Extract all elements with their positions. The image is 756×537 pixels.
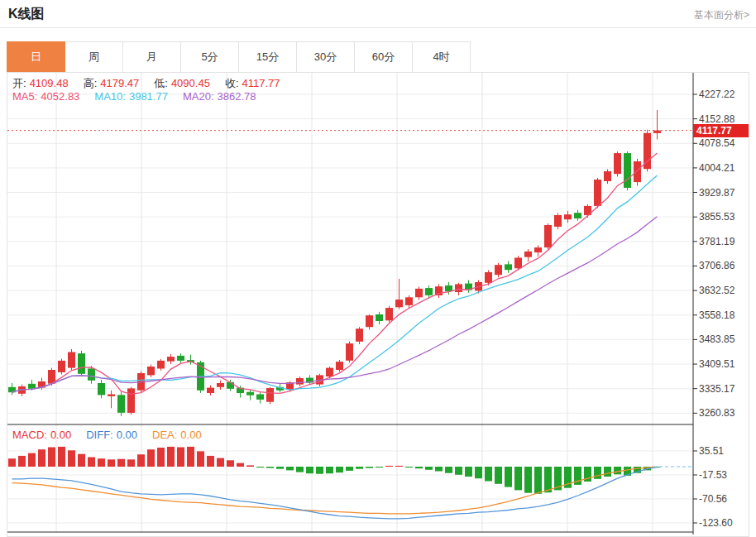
- legend-item: 高:4179.47: [84, 77, 143, 89]
- interval-tab-bar: 日周月5分15分30分60分4时: [7, 41, 471, 73]
- price-axis-label: 3260.83: [699, 407, 734, 419]
- price-axis-label: 3409.51: [699, 358, 734, 370]
- tab-周[interactable]: 周: [65, 41, 123, 73]
- tab-月[interactable]: 月: [123, 41, 181, 73]
- price-axis-label: 3632.52: [699, 285, 734, 296]
- legend-item: DEA:0.00: [152, 429, 205, 441]
- price-axis-label: 3929.87: [699, 187, 734, 199]
- macd-axis-label: -70.56: [699, 493, 727, 505]
- tab-30分[interactable]: 30分: [297, 41, 355, 73]
- tab-4时[interactable]: 4时: [413, 41, 471, 73]
- tab-日[interactable]: 日: [7, 41, 65, 73]
- tab-15分[interactable]: 15分: [239, 41, 297, 73]
- price-axis-label: 3558.18: [699, 309, 734, 321]
- kline-chart-canvas[interactable]: [7, 73, 749, 535]
- price-axis-label: 4152.88: [699, 113, 734, 125]
- legend-item: MA5:4052.83: [12, 90, 83, 103]
- legend-item: 低:4090.45: [154, 77, 213, 89]
- price-axis-label: 4004.21: [699, 162, 734, 174]
- price-axis-label: 4078.54: [699, 137, 734, 149]
- ma-legend: MA5:4052.83MA10:3981.77MA20:3862.78: [12, 90, 271, 103]
- kline-chart-area[interactable]: 开:4109.48高:4179.47低:4090.45收:4117.77 MA5…: [7, 72, 749, 537]
- macd-legend: MACD:0.00DIFF:0.00DEA:0.00: [12, 429, 217, 441]
- price-axis-label: 3335.17: [699, 383, 734, 395]
- legend-item: 开:4109.48: [12, 77, 72, 89]
- macd-axis-label: -123.60: [699, 517, 733, 529]
- ohlc-legend: 开:4109.48高:4179.47低:4090.45收:4117.77: [12, 76, 295, 91]
- page-header: K线图 基本面分析>: [0, 0, 756, 28]
- fundamental-analysis-link[interactable]: 基本面分析>: [694, 8, 749, 22]
- legend-item: 收:4117.77: [225, 77, 284, 89]
- price-axis-label: 3483.85: [699, 333, 734, 345]
- price-axis-label: 3781.19: [699, 236, 734, 247]
- tab-60分[interactable]: 60分: [355, 41, 413, 73]
- legend-item: MA20:3862.78: [183, 90, 260, 103]
- page-title: K线图: [8, 6, 45, 23]
- tab-5分[interactable]: 5分: [181, 41, 239, 73]
- price-axis-label: 4227.22: [699, 89, 734, 100]
- price-axis-label: 3706.86: [699, 260, 734, 271]
- legend-item: DIFF:0.00: [86, 429, 141, 441]
- price-axis-label: 3855.53: [699, 211, 734, 223]
- last-price-badge: 4117.77: [693, 124, 749, 137]
- legend-item: MA10:3981.77: [94, 90, 171, 103]
- macd-axis-label: -17.53: [699, 469, 727, 481]
- legend-item: MACD:0.00: [12, 429, 74, 441]
- macd-axis-label: 35.51: [699, 445, 724, 457]
